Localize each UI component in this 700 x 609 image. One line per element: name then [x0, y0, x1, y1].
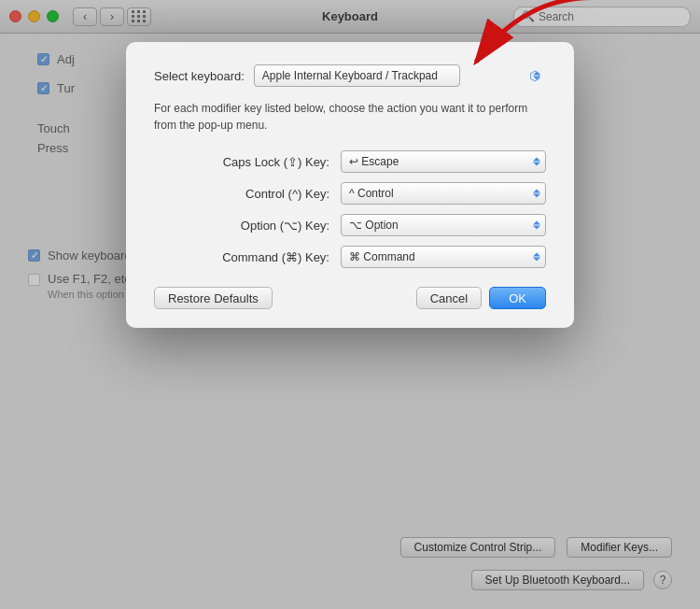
modal-buttons: Restore Defaults Cancel OK [154, 287, 546, 309]
control-select[interactable]: ^ Control [341, 182, 546, 205]
caps-lock-select[interactable]: ↩ Escape [341, 150, 546, 173]
caps-lock-row: Caps Lock (⇪) Key: ↩ Escape [154, 150, 546, 173]
command-select[interactable]: ⌘ Command [341, 246, 546, 268]
caps-lock-select-wrapper: ↩ Escape [341, 150, 546, 173]
modal-description: For each modifier key listed below, choo… [154, 100, 546, 134]
keyboard-select-wrapper: Apple Internal Keyboard / Trackpad [254, 64, 546, 87]
option-label: Option (⌥) Key: [154, 219, 341, 233]
modal-dialog: Select keyboard: Apple Internal Keyboard… [126, 42, 574, 328]
option-select[interactable]: ⌥ Option [341, 214, 546, 236]
command-select-wrapper: ⌘ Command [341, 246, 546, 268]
control-select-wrapper: ^ Control [341, 182, 546, 205]
caps-lock-label: Caps Lock (⇪) Key: [154, 155, 341, 169]
control-label: Control (^) Key: [154, 187, 341, 201]
keyboard-select[interactable]: Apple Internal Keyboard / Trackpad [254, 64, 460, 87]
modifier-table: Caps Lock (⇪) Key: ↩ Escape Control (^) … [154, 150, 546, 268]
option-select-wrapper: ⌥ Option [341, 214, 546, 236]
select-keyboard-label: Select keyboard: [154, 69, 245, 83]
restore-defaults-button[interactable]: Restore Defaults [154, 287, 273, 309]
cancel-button[interactable]: Cancel [416, 287, 482, 309]
command-row: Command (⌘) Key: ⌘ Command [154, 246, 546, 268]
command-label: Command (⌘) Key: [154, 250, 341, 264]
select-keyboard-row: Select keyboard: Apple Internal Keyboard… [154, 64, 546, 87]
select-arrows-icon [533, 72, 540, 80]
control-row: Control (^) Key: ^ Control [154, 182, 546, 205]
option-row: Option (⌥) Key: ⌥ Option [154, 214, 546, 236]
ok-button[interactable]: OK [489, 287, 546, 309]
modal-right-buttons: Cancel OK [416, 287, 546, 309]
red-arrow-indicator [453, 0, 593, 70]
modal-overlay: Select keyboard: Apple Internal Keyboard… [0, 0, 700, 609]
